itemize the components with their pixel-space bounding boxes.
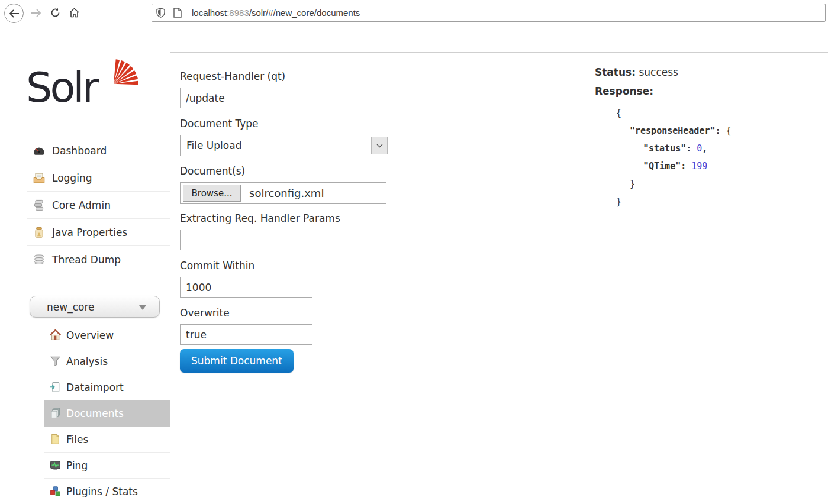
json-segment: {	[721, 125, 732, 136]
documents-group: Document(s) Browse... solrconfig.xml	[180, 165, 386, 204]
sidebar-item-logging[interactable]: Logging	[27, 164, 170, 192]
import-icon	[49, 381, 62, 393]
refresh-button[interactable]	[47, 4, 63, 22]
response-json: {"responseHeader": {"status": 0,"QTime":…	[595, 104, 819, 211]
solr-logo-text: Solr	[26, 67, 97, 108]
sidebar-item-label: Core Admin	[52, 199, 111, 211]
extracting-params-group: Extracting Req. Handler Params	[180, 212, 484, 250]
java-properties-jar-icon	[33, 226, 46, 239]
core-item-label: Documents	[66, 408, 124, 419]
url-path: /solr/#/new_core/documents	[249, 8, 360, 18]
folder-icon	[49, 433, 62, 445]
sidebar: Solr Dashboard	[0, 25, 170, 504]
core-item-label: Dataimport	[66, 382, 124, 393]
overwrite-input[interactable]	[180, 324, 312, 345]
status-label: Status:	[595, 66, 636, 78]
logging-tray-icon	[33, 172, 46, 185]
core-item-label: Ping	[66, 460, 88, 471]
json-segment: "QTime":	[643, 161, 691, 172]
core-menu: Overview Analysis Dataimport	[44, 322, 170, 504]
core-selector-value: new_core	[47, 301, 94, 313]
overwrite-group: Overwrite	[180, 307, 312, 345]
result-panel: Status: success Response: {"responseHead…	[585, 64, 819, 419]
thread-dump-stack-icon	[33, 253, 46, 266]
refresh-icon	[50, 8, 60, 18]
sidebar-item-label: Dashboard	[52, 145, 107, 157]
sidebar-item-label: Logging	[52, 172, 92, 184]
commit-within-group: Commit Within	[180, 260, 312, 298]
request-handler-input[interactable]	[180, 88, 312, 108]
extracting-params-input[interactable]	[180, 230, 484, 250]
home-icon	[69, 8, 80, 18]
core-item-analysis[interactable]: Analysis	[44, 348, 170, 374]
core-item-overview[interactable]: Overview	[44, 322, 170, 348]
commit-within-label: Commit Within	[180, 260, 312, 272]
forward-button[interactable]	[28, 4, 44, 22]
core-admin-db-icon	[33, 199, 46, 212]
core-item-files[interactable]: Files	[44, 427, 170, 453]
json-segment: ,	[702, 143, 707, 154]
plugins-blocks-icon	[49, 485, 62, 497]
home-button[interactable]	[66, 4, 82, 22]
document-type-label: Document Type	[180, 118, 389, 130]
document-type-select[interactable]: File Upload	[180, 135, 389, 156]
request-handler-group: Request-Handler (qt)	[180, 70, 312, 108]
response-label: Response:	[595, 85, 819, 97]
main-menu: Dashboard Logging	[27, 137, 170, 273]
core-item-plugins-stats[interactable]: Plugins / Stats	[44, 479, 170, 504]
page-info-icon[interactable]	[169, 4, 186, 21]
back-button[interactable]	[4, 4, 24, 23]
document-type-value: File Upload	[186, 140, 241, 151]
extracting-params-label: Extracting Req. Handler Params	[180, 212, 484, 224]
browser-toolbar: localhost:8983/solr/#/new_core/documents	[0, 0, 828, 25]
core-item-ping[interactable]: Ping	[44, 453, 170, 479]
status-line: Status: success	[595, 66, 819, 78]
commit-within-input[interactable]	[180, 277, 312, 298]
selected-filename: solrconfig.xml	[249, 187, 324, 199]
sidebar-item-java-properties[interactable]: Java Properties	[27, 219, 170, 246]
documents-page: Request-Handler (qt) Document Type File …	[170, 52, 828, 504]
core-item-label: Overview	[66, 329, 114, 341]
forward-arrow-icon	[31, 9, 41, 17]
core-selector-dropdown[interactable]: new_core	[30, 296, 160, 318]
url-port: :8983	[227, 8, 249, 18]
documents-file-input[interactable]: Browse... solrconfig.xml	[180, 182, 386, 204]
browse-button[interactable]: Browse...	[183, 185, 241, 202]
json-segment: "responseHeader":	[630, 125, 721, 136]
sidebar-item-core-admin[interactable]: Core Admin	[27, 192, 170, 219]
overwrite-label: Overwrite	[180, 307, 312, 319]
chevron-down-icon	[371, 137, 388, 154]
back-arrow-icon	[9, 9, 20, 18]
json-segment: "status":	[643, 143, 697, 154]
status-value: success	[639, 66, 678, 78]
documents-icon	[49, 407, 62, 419]
document-type-group: Document Type File Upload	[180, 118, 389, 156]
core-item-documents[interactable]: Documents	[44, 400, 170, 427]
sidebar-item-label: Java Properties	[52, 227, 127, 238]
json-segment: }	[616, 196, 621, 207]
core-item-label: Files	[66, 434, 88, 445]
shield-icon[interactable]	[152, 4, 169, 21]
solr-logo[interactable]: Solr	[26, 49, 156, 120]
chevron-down-icon	[139, 305, 146, 310]
url-text: localhost:8983/solr/#/new_core/documents	[192, 8, 360, 18]
documents-label: Document(s)	[180, 165, 386, 177]
json-segment: }	[630, 179, 635, 189]
home-icon	[49, 329, 62, 341]
json-segment: {	[616, 108, 621, 118]
solr-burst-icon	[99, 48, 150, 93]
json-segment: 0	[697, 143, 702, 154]
submit-document-button[interactable]: Submit Document	[180, 349, 294, 373]
sidebar-item-thread-dump[interactable]: Thread Dump	[27, 246, 170, 273]
dashboard-gauge-icon	[33, 144, 46, 157]
address-bar[interactable]: localhost:8983/solr/#/new_core/documents	[152, 4, 826, 22]
funnel-icon	[49, 355, 62, 367]
sidebar-item-dashboard[interactable]: Dashboard	[27, 137, 170, 164]
url-host: localhost	[192, 8, 227, 18]
ping-monitor-icon	[49, 459, 62, 471]
request-handler-label: Request-Handler (qt)	[180, 70, 312, 82]
core-item-label: Analysis	[66, 356, 108, 367]
core-item-dataimport[interactable]: Dataimport	[44, 374, 170, 400]
core-item-label: Plugins / Stats	[66, 486, 138, 497]
json-segment: 199	[691, 161, 707, 172]
